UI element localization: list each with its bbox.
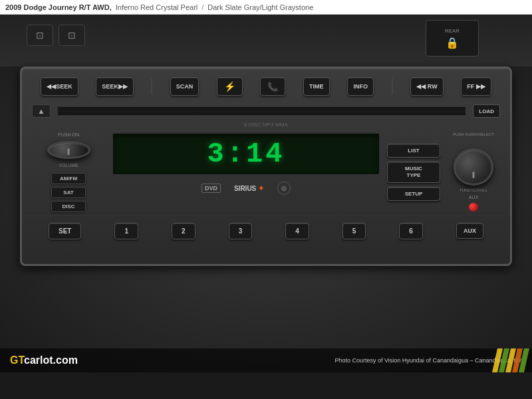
seek-forward-button[interactable]: SEEK▶▶ xyxy=(96,77,134,96)
audio-select-knob[interactable] xyxy=(454,148,493,186)
setup-button[interactable]: SETUP xyxy=(387,187,440,201)
top-controls-area: ⊡ ⊡ REAR 🔒 xyxy=(0,15,532,66)
display-time: 3:14 xyxy=(207,138,285,170)
right-buttons: LIST MUSICTYPE SETUP xyxy=(387,132,440,212)
bluetooth-button[interactable]: ⚡ xyxy=(217,77,243,96)
set-button[interactable]: SET xyxy=(49,223,81,239)
radio-unit: ◀◀SEEK SEEK▶▶ SCAN ⚡ 📞 TIME INFO ◀◀ RW F… xyxy=(20,66,512,266)
aux-label-right: AUX xyxy=(469,195,478,200)
top-button-row: ⊡ ⊡ xyxy=(27,25,85,46)
preset-2-button[interactable]: 2 xyxy=(172,223,196,239)
amfm-button[interactable]: AM/FM xyxy=(51,173,86,184)
main-controls: PUSH ON VOLUME AM/FM SAT DISC 3:14 DVD S… xyxy=(22,129,510,215)
stripe-decoration xyxy=(492,348,532,372)
gtcarlot-logo: GTcarlot.com xyxy=(10,354,78,366)
radio-top-buttons: ◀◀SEEK SEEK▶▶ SCAN ⚡ 📞 TIME INFO ◀◀ RW F… xyxy=(22,68,510,102)
seek-back-button[interactable]: ◀◀SEEK xyxy=(41,77,78,96)
rear-lock-icon: 🔒 xyxy=(446,37,459,49)
list-button[interactable]: LIST xyxy=(387,144,440,158)
center-display: 3:14 DVD SIRIUS ✦ ◎ xyxy=(112,132,380,212)
bottom-logos: DVD SIRIUS ✦ ◎ xyxy=(201,182,291,195)
main-content: ⊡ ⊡ REAR 🔒 ◀◀SEEK SEEK▶▶ SCAN ⚡ 📞 TIME I… xyxy=(0,15,532,372)
scan-button[interactable]: SCAN xyxy=(170,77,200,96)
color2: Dark Slate Gray/Light Graystone xyxy=(207,3,313,11)
tune-scroll-label: TUNE/SCROLL xyxy=(460,188,487,192)
sirius-logo: SIRIUS ✦ xyxy=(234,184,264,193)
gt-text: GT xyxy=(10,354,24,366)
push-on-label: PUSH ON xyxy=(58,132,79,137)
preset-6-button[interactable]: 6 xyxy=(399,223,423,239)
display-screen: 3:14 xyxy=(112,132,380,176)
cd-slot xyxy=(57,106,466,116)
dvd-logo: DVD xyxy=(201,184,221,193)
rear-control: REAR 🔒 xyxy=(426,20,479,57)
disc-button[interactable]: DISC xyxy=(51,201,86,212)
left-controls: PUSH ON VOLUME AM/FM SAT DISC xyxy=(32,132,105,212)
page-header: 2009 Dodge Journey R/T AWD, Inferno Red … xyxy=(0,0,532,15)
preset-1-button[interactable]: 1 xyxy=(114,223,138,239)
volume-knob[interactable] xyxy=(47,141,90,159)
source-buttons: AM/FM SAT DISC xyxy=(51,173,86,212)
phone-button[interactable]: 📞 xyxy=(260,77,285,96)
music-type-button[interactable]: MUSICTYPE xyxy=(387,162,440,184)
car-title: 2009 Dodge Journey R/T AWD, xyxy=(5,3,112,11)
red-button[interactable] xyxy=(468,202,479,212)
disc-icon: ◎ xyxy=(277,182,291,195)
preset-buttons: SET 1 2 3 4 5 6 AUX xyxy=(22,215,510,245)
color1: Inferno Red Crystal Pearl xyxy=(116,3,198,11)
carlot-text: carlot xyxy=(24,354,53,366)
rear-label: REAR xyxy=(445,28,460,34)
sat-button[interactable]: SAT xyxy=(51,187,86,198)
preset-4-button[interactable]: 4 xyxy=(285,223,309,239)
ff-button[interactable]: FF ▶▶ xyxy=(461,77,491,96)
push-audio-label: PUSH AUDIO/SELECT xyxy=(453,132,494,136)
disc-label: 6 DISC MP3 WMA xyxy=(22,120,510,129)
rw-button[interactable]: ◀◀ RW xyxy=(410,77,443,96)
com-text: .com xyxy=(53,354,78,366)
eject-button[interactable]: ▲ xyxy=(32,104,51,118)
footer: GTcarlot.com Photo Courtesy of Vision Hy… xyxy=(0,348,532,372)
monitor-button-1[interactable]: ⊡ xyxy=(27,25,53,46)
monitor-button-2[interactable]: ⊡ xyxy=(59,25,85,46)
info-button[interactable]: INFO xyxy=(347,77,374,96)
cd-slot-area: ▲ LOAD xyxy=(22,102,510,120)
preset-3-button[interactable]: 3 xyxy=(229,223,253,239)
far-right-controls: PUSH AUDIO/SELECT TUNE/SCROLL AUX xyxy=(447,132,500,212)
aux-button[interactable]: AUX xyxy=(456,223,483,239)
preset-5-button[interactable]: 5 xyxy=(342,223,366,239)
time-button[interactable]: TIME xyxy=(303,77,330,96)
load-button[interactable]: LOAD xyxy=(473,104,500,118)
volume-label: VOLUME xyxy=(59,163,78,168)
